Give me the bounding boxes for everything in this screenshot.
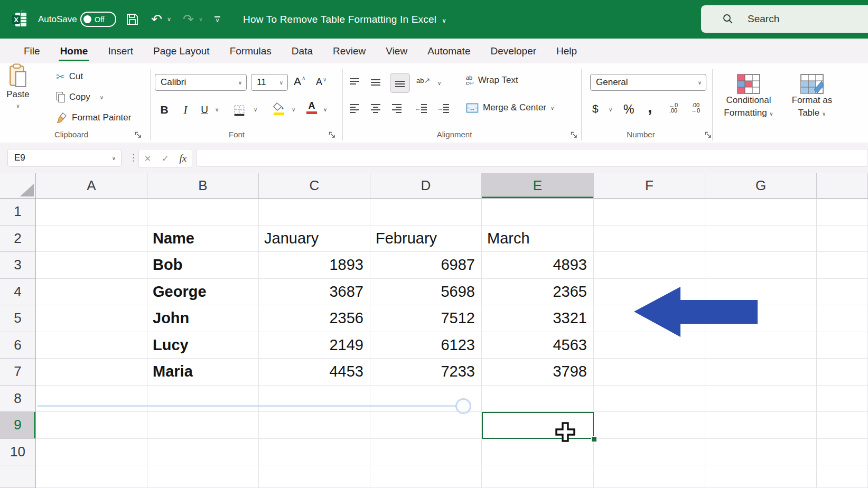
- wrap-text-button[interactable]: abc↩ Wrap Text: [466, 75, 518, 86]
- column-header-C[interactable]: C: [259, 173, 370, 199]
- row-header-4[interactable]: 4: [0, 279, 36, 306]
- cell-A2[interactable]: [36, 226, 147, 252]
- cell-G5[interactable]: [705, 305, 817, 332]
- cell-F7[interactable]: [594, 359, 705, 386]
- excel-logo-icon[interactable]: X: [12, 0, 27, 39]
- conditional-formatting-button[interactable]: Conditional Formatting ∨: [717, 74, 780, 120]
- cell-F2[interactable]: [594, 226, 705, 252]
- font-color-chevron-icon[interactable]: ∨: [323, 107, 327, 112]
- row-header-1[interactable]: 1: [0, 199, 36, 226]
- cell-G9[interactable]: [705, 412, 817, 439]
- customize-quick-access-toolbar-button[interactable]: ∨: [214, 0, 220, 39]
- cell-G8[interactable]: [705, 386, 817, 412]
- cell-F9[interactable]: [594, 412, 705, 439]
- cell-partial[interactable]: [817, 386, 868, 412]
- cell-E6[interactable]: 4563: [482, 332, 594, 359]
- tab-developer[interactable]: Developer: [480, 39, 546, 63]
- cell-C10[interactable]: [259, 439, 370, 466]
- cell-F10[interactable]: [594, 439, 705, 466]
- cell-B9[interactable]: [147, 412, 259, 439]
- cell-B-partial[interactable]: [147, 465, 259, 488]
- autosave-toggle[interactable]: Off: [80, 0, 116, 39]
- search-input[interactable]: Search: [701, 5, 868, 33]
- row-header-9[interactable]: 9: [0, 412, 36, 439]
- increase-font-size-button[interactable]: A∧: [294, 75, 305, 88]
- column-header-G[interactable]: G: [705, 173, 817, 199]
- cell-D5[interactable]: 7512: [370, 305, 482, 332]
- format-painter-button[interactable]: Format Painter: [56, 110, 131, 125]
- select-all-button[interactable]: [0, 173, 36, 199]
- fill-handle[interactable]: [591, 436, 597, 442]
- formula-input[interactable]: [197, 149, 868, 167]
- cell-C3[interactable]: 1893: [259, 252, 370, 279]
- cell-B1[interactable]: [147, 199, 259, 226]
- cell-E2[interactable]: March: [482, 226, 594, 252]
- accounting-format-button[interactable]: $: [592, 102, 599, 115]
- underline-chevron-icon[interactable]: ∨: [215, 107, 219, 112]
- cell-B8[interactable]: [147, 386, 259, 412]
- borders-chevron-icon[interactable]: ∨: [254, 107, 257, 112]
- redo-button[interactable]: ↷: [183, 0, 194, 39]
- tab-insert[interactable]: Insert: [98, 39, 143, 63]
- cell-C8[interactable]: [259, 386, 370, 412]
- merge-and-center-button[interactable]: ↔ Merge & Center ∨: [466, 102, 554, 113]
- tab-help[interactable]: Help: [546, 39, 587, 63]
- tab-formulas[interactable]: Formulas: [220, 39, 282, 63]
- number-dialog-launcher[interactable]: [705, 131, 712, 140]
- cell-G1[interactable]: [705, 199, 817, 226]
- cell-C7[interactable]: 4453: [259, 359, 370, 386]
- document-title[interactable]: How To Remove Table Formatting In Excel∨: [243, 0, 446, 39]
- cell-C2[interactable]: January: [259, 226, 370, 252]
- decrease-indent-button[interactable]: ←: [415, 104, 428, 113]
- clipboard-dialog-launcher[interactable]: [135, 131, 142, 140]
- cell-A1[interactable]: [36, 199, 147, 226]
- selected-cell-outline[interactable]: [482, 412, 594, 439]
- increase-decimal-button[interactable]: ←0.00: [669, 102, 678, 113]
- orientation-button[interactable]: ab↗: [416, 76, 430, 85]
- tab-home[interactable]: Home: [50, 39, 98, 63]
- underline-button[interactable]: U: [197, 101, 212, 118]
- column-header-E[interactable]: E: [482, 173, 594, 199]
- cell-B3[interactable]: Bob: [147, 252, 259, 279]
- cell-A9[interactable]: [36, 412, 147, 439]
- cell-G10[interactable]: [705, 439, 817, 466]
- align-center-button[interactable]: [370, 104, 381, 113]
- row-header-10[interactable]: 10: [0, 439, 36, 466]
- decrease-decimal-button[interactable]: .00→0: [691, 102, 700, 113]
- cell-partial[interactable]: [817, 199, 868, 226]
- cell-E-partial[interactable]: [482, 465, 594, 488]
- fill-color-button[interactable]: [273, 102, 285, 115]
- cell-C6[interactable]: 2149: [259, 332, 370, 359]
- paste-button[interactable]: Paste ∨: [0, 63, 36, 119]
- cell-E10[interactable]: [482, 439, 594, 466]
- cell-partial[interactable]: [817, 226, 868, 252]
- cell-D4[interactable]: 5698: [370, 279, 482, 306]
- cell-D6[interactable]: 6123: [370, 332, 482, 359]
- cell-A8[interactable]: [36, 386, 147, 412]
- middle-align-button[interactable]: [370, 77, 381, 88]
- font-name-combobox[interactable]: Calibri ∨: [155, 74, 247, 91]
- cut-button[interactable]: ✂ Cut: [56, 69, 83, 84]
- cell-partial[interactable]: [817, 252, 868, 279]
- cell-B7[interactable]: Maria: [147, 359, 259, 386]
- alignment-dialog-launcher[interactable]: [571, 131, 577, 140]
- cell-partial[interactable]: [817, 359, 868, 386]
- cell-E4[interactable]: 2365: [482, 279, 594, 306]
- cell-B6[interactable]: Lucy: [147, 332, 259, 359]
- align-left-button[interactable]: [349, 104, 360, 113]
- cell-D1[interactable]: [370, 199, 482, 226]
- row-header-5[interactable]: 5: [0, 305, 36, 332]
- column-header-B[interactable]: B: [147, 173, 259, 199]
- decrease-font-size-button[interactable]: A∨: [316, 77, 326, 88]
- cell-D-partial[interactable]: [370, 465, 482, 488]
- cell-partial[interactable]: [817, 465, 868, 488]
- row-header-3[interactable]: 3: [0, 252, 36, 279]
- name-box[interactable]: E9 ∨: [7, 149, 122, 167]
- top-align-button[interactable]: [349, 77, 360, 88]
- cell-partial[interactable]: [817, 412, 868, 439]
- column-header-F[interactable]: F: [594, 173, 705, 199]
- tab-file[interactable]: File: [14, 39, 50, 63]
- cell-D10[interactable]: [370, 439, 482, 466]
- fill-color-chevron-icon[interactable]: ∨: [292, 107, 295, 112]
- column-header-D[interactable]: D: [370, 173, 482, 199]
